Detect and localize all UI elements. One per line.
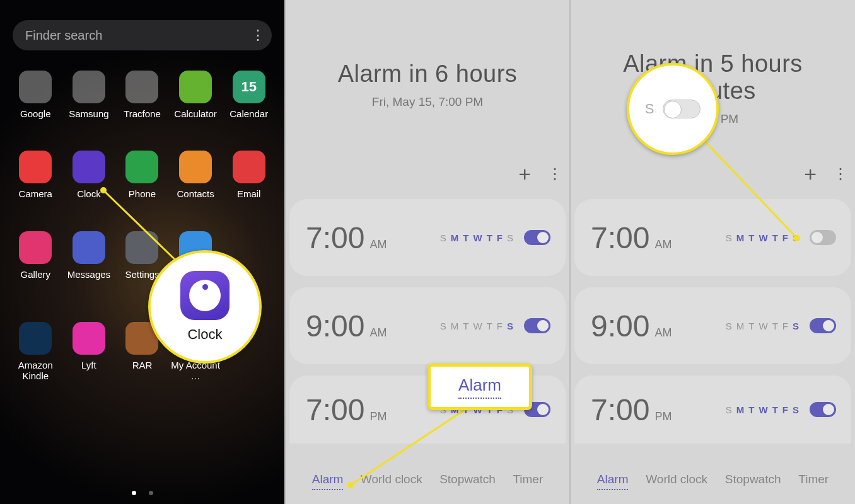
app-icon — [19, 71, 52, 103]
app-icon — [73, 151, 105, 183]
page-indicator — [132, 491, 153, 495]
tab-alarm[interactable]: Alarm — [312, 472, 344, 490]
alarm-list: 7:00AMSMTWTFS9:00AMSMTWTFS7:00PMSMTWTFS — [571, 199, 855, 444]
tab-timer[interactable]: Timer — [513, 472, 543, 490]
alarm-days: SMTWTFS — [440, 321, 514, 331]
app-icon — [73, 71, 105, 103]
app-contacts[interactable]: Contacts — [169, 151, 222, 199]
callout-clock-label: Clock — [187, 326, 222, 343]
app-label: Settings — [125, 269, 159, 280]
alarm-row[interactable]: 9:00AMSMTWTFS — [289, 287, 566, 364]
alarm-time: 9:00AM — [591, 309, 672, 343]
alarm-row[interactable]: 7:00AMSMTWTFS — [574, 199, 851, 276]
alarm-row[interactable]: 9:00AMSMTWTFS — [574, 287, 851, 364]
app-label: Messages — [67, 269, 110, 280]
alarm-toggle[interactable] — [524, 230, 550, 245]
alarm-days: SMTWTFS — [726, 321, 800, 331]
app-label: Tracfone — [124, 108, 161, 119]
finder-search-input[interactable] — [25, 28, 251, 43]
tab-stopwatch[interactable]: Stopwatch — [725, 472, 781, 490]
toggle-icon — [663, 100, 701, 118]
app-icon — [125, 231, 158, 264]
callout-clock-app: Clock — [148, 250, 262, 364]
alarm-header-title: Alarm in 5 hours — [571, 50, 855, 77]
tab-world-clock[interactable]: World clock — [646, 472, 707, 490]
app-label: Lyft — [81, 360, 96, 370]
app-label: Camera — [19, 188, 52, 199]
alarm-toggle[interactable] — [810, 318, 836, 333]
app-messages[interactable]: Messages — [62, 231, 115, 291]
tab-timer[interactable]: Timer — [798, 472, 829, 490]
alarm-time: 7:00AM — [591, 220, 672, 255]
app-label: Email — [237, 188, 261, 199]
app-label: Clock — [77, 188, 101, 199]
alarm-toggle[interactable] — [810, 230, 836, 245]
alarm-row[interactable]: 7:00AMSMTWTFS — [289, 199, 566, 276]
alarm-actions: + ⋮ — [286, 159, 561, 189]
app-drawer-panel: ⋮ GoogleSamsungTracfoneCalculator15Calen… — [0, 0, 284, 504]
app-samsung[interactable]: Samsung — [62, 71, 115, 119]
alarm-actions: + ⋮ — [571, 159, 846, 189]
app-icon — [179, 71, 212, 103]
callout-alarm-tab: Alarm — [428, 364, 532, 410]
app-label: Samsung — [69, 108, 108, 119]
alarm-time: 7:00AM — [306, 220, 387, 255]
app-label: Amazon Kindle — [9, 360, 62, 382]
app-label: Calculator — [174, 108, 217, 119]
clock-panel-after: Alarm in 5 hours minutes , 7:00 PM + ⋮ 7… — [569, 0, 855, 504]
alarm-toggle[interactable] — [524, 318, 550, 333]
app-label: Contacts — [177, 188, 214, 199]
clock-tabs: AlarmWorld clockStopwatchTimer — [286, 472, 569, 490]
app-amazon-kindle[interactable]: Amazon Kindle — [9, 322, 62, 382]
alarm-toggle[interactable] — [810, 402, 836, 417]
app-label: My Account … — [169, 360, 222, 382]
app-icon — [19, 231, 52, 264]
tab-world-clock[interactable]: World clock — [361, 472, 422, 490]
callout-toggle-off: S — [627, 63, 719, 155]
app-label: Calendar — [230, 108, 268, 119]
callout-day-s: S — [645, 101, 654, 117]
clock-panel-before: Alarm in 6 hours Fri, May 15, 7:00 PM + … — [284, 0, 569, 504]
app-phone[interactable]: Phone — [115, 151, 168, 199]
callout-alarm-label: Alarm — [458, 375, 501, 399]
app-label: Google — [20, 108, 50, 119]
tab-alarm[interactable]: Alarm — [597, 472, 629, 490]
app-calendar[interactable]: 15Calendar — [223, 71, 276, 119]
app-clock[interactable]: Clock — [62, 151, 115, 199]
app-icon — [125, 71, 158, 103]
alarm-time: 7:00PM — [306, 392, 387, 427]
app-icon — [233, 151, 265, 183]
app-icon — [73, 231, 105, 264]
alarm-days: SMTWTFS — [726, 404, 800, 415]
alarm-row[interactable]: 7:00PMSMTWTFS — [574, 375, 851, 444]
app-tracfone[interactable]: Tracfone — [115, 71, 168, 119]
app-google[interactable]: Google — [9, 71, 62, 119]
app-icon — [125, 151, 158, 183]
app-icon — [19, 322, 52, 355]
app-email[interactable]: Email — [223, 151, 276, 199]
alarm-header-subtitle: Fri, May 15, 7:00 PM — [286, 95, 569, 109]
app-label: Phone — [129, 188, 156, 199]
app-icon — [73, 322, 105, 355]
app-label: RAR — [132, 360, 153, 370]
alarm-header-title: Alarm in 6 hours — [286, 60, 569, 88]
app-icon — [179, 151, 212, 183]
clock-icon — [180, 271, 230, 320]
clock-tabs: AlarmWorld clockStopwatchTimer — [571, 472, 855, 490]
app-camera[interactable]: Camera — [9, 151, 62, 199]
alarm-days: SMTWTFS — [440, 232, 514, 243]
app-icon — [19, 151, 52, 183]
alarm-time: 9:00AM — [306, 309, 387, 343]
alarm-time: 7:00PM — [591, 392, 672, 427]
finder-search-bar[interactable]: ⋮ — [13, 20, 272, 50]
app-label: Gallery — [21, 269, 51, 280]
app-calculator[interactable]: Calculator — [169, 71, 222, 119]
app-gallery[interactable]: Gallery — [9, 231, 62, 291]
alarm-days: SMTWTFS — [726, 232, 800, 243]
app-icon: 15 — [233, 71, 265, 103]
tab-stopwatch[interactable]: Stopwatch — [439, 472, 496, 490]
alarm-header: Alarm in 6 hours Fri, May 15, 7:00 PM — [286, 60, 569, 109]
app-lyft[interactable]: Lyft — [62, 322, 115, 382]
